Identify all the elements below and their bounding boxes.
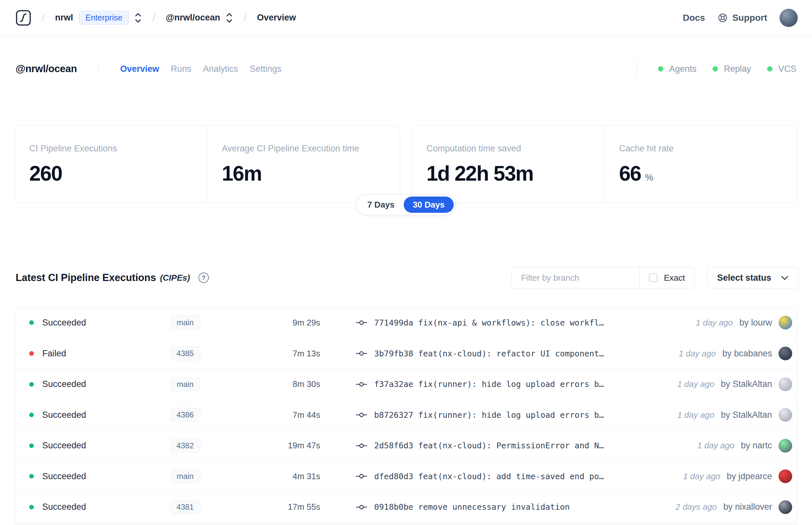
tab-settings[interactable]: Settings <box>250 64 281 74</box>
branch-chip[interactable]: main <box>170 469 200 483</box>
indicator-replay[interactable]: Replay <box>713 64 751 74</box>
author-avatar[interactable] <box>779 347 792 360</box>
author-avatar[interactable] <box>779 439 792 452</box>
range-30-days-button[interactable]: 30 Days <box>404 197 454 213</box>
branch-filter-input[interactable] <box>512 267 640 288</box>
breadcrumb-page: Overview <box>257 13 296 23</box>
status-label: Succeeded <box>42 318 86 328</box>
docs-link[interactable]: Docs <box>683 13 705 23</box>
cipe-row[interactable]: Succeeded main 4m 31s dfed80d3 feat(nx-c… <box>15 461 797 492</box>
author-avatar[interactable] <box>779 469 792 483</box>
cipe-row[interactable]: Failed 4385 7m 13s 3b79fb38 feat(nx-clou… <box>15 338 797 369</box>
time-ago: 2 days ago <box>676 502 717 512</box>
exact-toggle[interactable]: Exact <box>640 267 694 288</box>
cipe-row[interactable]: Succeeded 4381 17m 55s 0918b0be remove u… <box>15 492 797 522</box>
plan-badge: Enterprise <box>79 11 129 25</box>
git-commit-icon <box>356 503 367 511</box>
next-row-partial <box>15 522 797 525</box>
status-label: Succeeded <box>42 379 86 389</box>
duration-cell: 7m 13s <box>205 349 320 359</box>
commit-text[interactable]: dfed80d3 feat(nx-cloud): add time-saved … <box>374 472 604 481</box>
green-dot-icon <box>767 66 772 72</box>
author-avatar[interactable] <box>779 316 792 329</box>
stats-card-right: Computation time saved 1d 22h 53m Cache … <box>412 125 797 203</box>
breadcrumb-separator: / <box>42 11 45 24</box>
branch-cell: main <box>166 315 205 330</box>
cipe-row[interactable]: Succeeded main 9m 29s 771499da fix(nx-ap… <box>15 308 797 338</box>
top-nav: / nrwl Enterprise / @nrwl/ocean / Overvi… <box>0 0 812 36</box>
meta-cell: 1 day ago by jdpearce <box>673 469 792 483</box>
commit-cell: 3b79fb38 feat(nx-cloud): refactor UI com… <box>320 349 669 358</box>
time-ago: 1 day ago <box>677 410 714 420</box>
cipe-row[interactable]: Succeeded 4382 19m 47s 2d58f6d3 feat(nx-… <box>15 430 797 461</box>
help-icon[interactable]: ? <box>198 273 209 283</box>
commit-text[interactable]: 0918b0be remove unnecessary invalidation <box>374 502 570 512</box>
stat-label: Average CI Pipeline Execution time <box>222 144 385 154</box>
stat-unit: % <box>645 172 654 183</box>
status-label: Succeeded <box>42 502 86 512</box>
breadcrumb-workspace[interactable]: @nrwl/ocean <box>166 13 220 23</box>
green-dot-icon <box>713 66 718 72</box>
time-ago: 1 day ago <box>696 318 733 328</box>
branch-chip[interactable]: 4381 <box>170 500 200 514</box>
range-7-days-button[interactable]: 7 Days <box>358 197 404 213</box>
support-link[interactable]: Support <box>718 13 767 23</box>
commit-cell: 2d58f6d3 feat(nx-cloud): PermissionError… <box>320 441 688 450</box>
meta-cell: 1 day ago by StalkAltan <box>668 377 792 391</box>
stat-value: 260 <box>29 162 62 185</box>
breadcrumb-org[interactable]: nrwl <box>55 13 73 23</box>
status-dot <box>29 320 34 325</box>
org-switcher-chevrons-icon[interactable] <box>134 12 142 24</box>
breadcrumb-separator: / <box>244 11 246 24</box>
commit-text[interactable]: 2d58f6d3 feat(nx-cloud): PermissionError… <box>374 441 604 450</box>
indicator-vcs[interactable]: VCS <box>767 64 796 74</box>
tab-analytics[interactable]: Analytics <box>203 64 238 74</box>
author-avatar[interactable] <box>779 377 792 391</box>
feature-status-indicators: Agents Replay VCS <box>637 59 796 79</box>
commit-cell: f37a32ae fix(runner): hide log upload er… <box>320 379 668 389</box>
status-cell: Failed <box>29 349 166 359</box>
cipes-section-header: Latest CI Pipeline Executions (CIPEs) ? <box>16 267 209 288</box>
meta-cell: 1 day ago by lourw <box>686 316 792 329</box>
indicator-label: Agents <box>669 64 696 74</box>
indicator-agents[interactable]: Agents <box>658 64 696 74</box>
commit-text[interactable]: 771499da fix(nx-api & workflows): close … <box>374 318 604 328</box>
workspace-tabs: Overview Runs Analytics Settings <box>120 64 281 74</box>
nx-cloud-logo-icon[interactable] <box>16 10 31 26</box>
tab-overview[interactable]: Overview <box>120 64 159 74</box>
author: by nartc <box>741 440 772 451</box>
author-avatar[interactable] <box>779 408 792 422</box>
page-title: @nrwl/ocean <box>16 63 77 75</box>
exact-label: Exact <box>664 273 685 283</box>
branch-chip[interactable]: 4386 <box>170 408 200 422</box>
duration-cell: 9m 29s <box>205 318 320 328</box>
branch-chip[interactable]: main <box>170 315 200 330</box>
branch-cell: 4385 <box>166 346 205 361</box>
author: by lourw <box>739 318 772 328</box>
workspace-switcher-chevrons-icon[interactable] <box>226 12 233 24</box>
workspace-header: @nrwl/ocean Overview Runs Analytics Sett… <box>16 58 796 80</box>
status-select-dropdown[interactable]: Select status <box>707 267 799 288</box>
author: by jdpearce <box>726 471 772 481</box>
git-commit-icon <box>356 411 367 419</box>
tab-runs[interactable]: Runs <box>171 64 191 74</box>
duration-value: 9m 29s <box>293 318 320 328</box>
commit-text[interactable]: b8726327 fix(runner): hide log upload er… <box>374 410 604 420</box>
meta-cell: 1 day ago by StalkAltan <box>668 408 792 422</box>
exact-checkbox[interactable] <box>649 273 657 282</box>
time-ago: 1 day ago <box>683 471 720 481</box>
user-avatar[interactable] <box>780 9 798 27</box>
status-dot <box>29 412 34 417</box>
cipe-row[interactable]: Succeeded 4386 7m 44s b8726327 fix(runne… <box>15 400 797 431</box>
time-ago: 1 day ago <box>698 440 734 451</box>
status-cell: Succeeded <box>29 318 166 328</box>
branch-chip[interactable]: 4382 <box>170 439 200 453</box>
git-commit-icon <box>356 442 367 450</box>
cipe-row[interactable]: Succeeded main 8m 30s f37a32ae fix(runne… <box>15 369 797 400</box>
status-label: Succeeded <box>42 471 86 481</box>
author-avatar[interactable] <box>779 500 792 514</box>
commit-text[interactable]: 3b79fb38 feat(nx-cloud): refactor UI com… <box>374 349 604 358</box>
branch-chip[interactable]: main <box>170 377 200 391</box>
branch-chip[interactable]: 4385 <box>170 346 200 361</box>
commit-text[interactable]: f37a32ae fix(runner): hide log upload er… <box>374 379 604 389</box>
